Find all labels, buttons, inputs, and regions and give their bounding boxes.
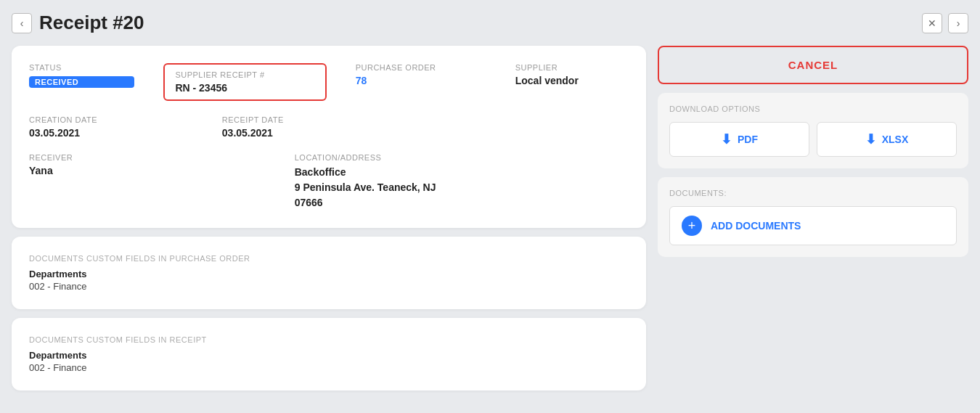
supplier-receipt-label: SUPPLIER RECEIPT # xyxy=(175,70,314,79)
status-label: STATUS xyxy=(29,63,134,72)
download-options-label: DOWNLOAD OPTIONS xyxy=(669,105,957,113)
download-buttons: ⬇ PDF ⬇ XLSX xyxy=(669,122,957,157)
receiver-group: RECEIVER Yana xyxy=(29,153,155,210)
add-documents-label: ADD DOCUMENTS xyxy=(711,220,801,232)
purchase-order-group: PURCHASE ORDER 78 xyxy=(356,63,486,101)
header: ‹ Receipt #20 ✕ › xyxy=(12,12,968,34)
cancel-button[interactable]: CANCEL xyxy=(658,46,968,84)
custom-fields-purchase-key: Departments xyxy=(29,269,629,279)
receiver-value: Yana xyxy=(29,165,155,176)
custom-fields-purchase-card: DOCUMENTS CUSTOM FIELDS IN PURCHASE ORDE… xyxy=(12,237,646,309)
right-column: CANCEL DOWNLOAD OPTIONS ⬇ PDF ⬇ XLSX xyxy=(658,46,968,401)
xlsx-label: XLSX xyxy=(882,134,909,145)
receipt-date-group: RECEIPT DATE 03.05.2021 xyxy=(222,115,380,139)
add-documents-button[interactable]: + ADD DOCUMENTS xyxy=(669,206,957,245)
add-icon: + xyxy=(682,216,702,236)
chevron-left-icon: ‹ xyxy=(20,17,24,29)
main-layout: STATUS RECEIVED SUPPLIER RECEIPT # RN - … xyxy=(12,46,968,401)
header-right: ✕ › xyxy=(922,13,968,33)
supplier-label: SUPPLIER xyxy=(515,63,629,72)
close-button[interactable]: ✕ xyxy=(922,13,942,33)
pdf-label: PDF xyxy=(738,134,758,145)
chevron-right-icon: › xyxy=(957,17,960,29)
receipt-date-label: RECEIPT DATE xyxy=(222,115,380,124)
receiver-label: RECEIVER xyxy=(29,153,155,162)
creation-date-label: CREATION DATE xyxy=(29,115,193,124)
location-label: LOCATION/ADDRESS xyxy=(295,153,518,162)
status-group: STATUS RECEIVED xyxy=(29,63,134,101)
purchase-order-value[interactable]: 78 xyxy=(356,75,486,86)
prev-nav-button[interactable]: ‹ xyxy=(12,13,32,33)
xlsx-download-button[interactable]: ⬇ XLSX xyxy=(817,122,957,157)
receipt-date-value: 03.05.2021 xyxy=(222,127,380,139)
location-group: LOCATION/ADDRESS Backoffice 9 Peninsula … xyxy=(295,153,518,210)
custom-fields-receipt-title: DOCUMENTS CUSTOM FIELDS IN RECEIPT xyxy=(29,335,629,344)
download-pdf-icon: ⬇ xyxy=(721,131,732,147)
documents-section: DOCUMENTS: + ADD DOCUMENTS xyxy=(658,177,968,257)
custom-fields-purchase-title: DOCUMENTS CUSTOM FIELDS IN PURCHASE ORDE… xyxy=(29,254,629,263)
creation-date-value: 03.05.2021 xyxy=(29,127,193,139)
left-column: STATUS RECEIVED SUPPLIER RECEIPT # RN - … xyxy=(12,46,646,401)
download-section: DOWNLOAD OPTIONS ⬇ PDF ⬇ XLSX xyxy=(658,93,968,168)
next-nav-button[interactable]: › xyxy=(948,13,968,33)
creation-date-group: CREATION DATE 03.05.2021 xyxy=(29,115,193,139)
supplier-receipt-value: RN - 23456 xyxy=(175,82,314,94)
receipt-info-card: STATUS RECEIVED SUPPLIER RECEIPT # RN - … xyxy=(12,46,646,228)
location-value: Backoffice 9 Peninsula Ave. Teaneck, NJ … xyxy=(295,165,518,210)
close-icon: ✕ xyxy=(928,17,936,29)
location-line3: 07666 xyxy=(295,195,518,210)
pdf-download-button[interactable]: ⬇ PDF xyxy=(669,122,809,157)
documents-label: DOCUMENTS: xyxy=(669,189,957,197)
download-xlsx-icon: ⬇ xyxy=(865,131,876,147)
header-left: ‹ Receipt #20 xyxy=(12,12,144,34)
custom-fields-receipt-card: DOCUMENTS CUSTOM FIELDS IN RECEIPT Depar… xyxy=(12,318,646,390)
info-grid-row2: CREATION DATE 03.05.2021 RECEIPT DATE 03… xyxy=(29,115,629,139)
supplier-value: Local vendor xyxy=(515,75,629,86)
custom-fields-receipt-key: Departments xyxy=(29,350,629,361)
location-line1: Backoffice xyxy=(295,165,518,180)
purchase-order-label: PURCHASE ORDER xyxy=(356,63,486,72)
custom-fields-purchase-value: 002 - Finance xyxy=(29,281,629,292)
custom-fields-receipt-value: 002 - Finance xyxy=(29,362,629,373)
location-line2: 9 Peninsula Ave. Teaneck, NJ xyxy=(295,180,518,195)
supplier-group: SUPPLIER Local vendor xyxy=(515,63,629,101)
info-grid-row3: RECEIVER Yana LOCATION/ADDRESS Backoffic… xyxy=(29,153,629,210)
supplier-receipt-group: SUPPLIER RECEIPT # RN - 23456 xyxy=(163,63,326,101)
info-grid-row1: STATUS RECEIVED SUPPLIER RECEIPT # RN - … xyxy=(29,63,629,101)
status-badge: RECEIVED xyxy=(29,76,134,88)
page-title: Receipt #20 xyxy=(39,12,144,34)
